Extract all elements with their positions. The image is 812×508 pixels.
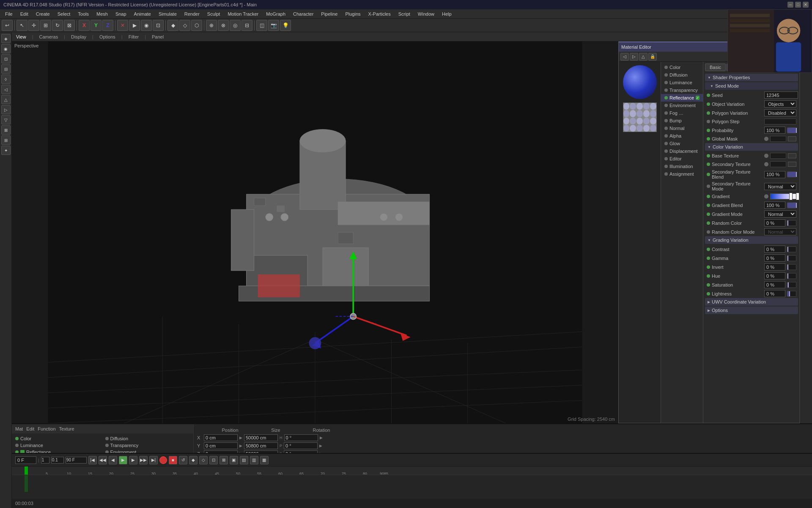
- menu-file[interactable]: File: [2, 11, 16, 17]
- menu-motion-tracker[interactable]: Motion Tracker: [224, 11, 262, 17]
- key-mode-4[interactable]: ⊠: [219, 456, 228, 464]
- gamma-slider[interactable]: [787, 255, 796, 261]
- key-mode-6[interactable]: ▤: [240, 456, 248, 464]
- channel-assignment[interactable]: Assignment: [661, 170, 703, 178]
- playback-fps[interactable]: [51, 457, 64, 464]
- prob-slider[interactable]: [787, 127, 796, 133]
- obj-var-dropdown[interactable]: Objects Polygon: [764, 100, 796, 108]
- gmask-slider[interactable]: [770, 136, 786, 142]
- poly-step-slider[interactable]: [764, 119, 796, 124]
- channel-glow[interactable]: Glow: [661, 140, 703, 147]
- menu-plugins[interactable]: Plugins: [342, 11, 364, 17]
- snapping-1[interactable]: ⊕: [206, 20, 217, 31]
- rot-x-arrow[interactable]: ▶: [320, 436, 323, 440]
- view-tab-view[interactable]: View: [14, 34, 29, 39]
- z-axis[interactable]: Z: [102, 20, 113, 31]
- menu-simulate[interactable]: Simulate: [155, 11, 180, 17]
- menu-window[interactable]: Window: [414, 11, 438, 17]
- seed-input[interactable]: [764, 91, 798, 99]
- mat-tab-function[interactable]: Function: [38, 426, 55, 431]
- menu-help[interactable]: Help: [439, 11, 455, 17]
- render-region[interactable]: ▶: [129, 20, 140, 31]
- rc-slider[interactable]: [787, 220, 796, 226]
- view-tab-cameras[interactable]: Cameras: [37, 34, 61, 39]
- contrast-input[interactable]: [764, 246, 785, 253]
- gb-slider[interactable]: [787, 202, 796, 208]
- channel-diffusion[interactable]: Diffusion: [661, 71, 703, 79]
- sidebar-tool-6[interactable]: ◁: [1, 85, 11, 94]
- mat-tool-2[interactable]: ▷: [630, 53, 638, 61]
- stop-btn[interactable]: ■: [169, 456, 177, 464]
- render-view[interactable]: ◉: [141, 20, 152, 31]
- grad-bar[interactable]: [770, 193, 796, 199]
- move-tool[interactable]: ✛: [28, 20, 39, 31]
- bt-toggle[interactable]: [788, 153, 796, 158]
- menu-sculpt[interactable]: Sculpt: [204, 11, 224, 17]
- channel-illumination[interactable]: Illumination: [661, 163, 703, 170]
- menu-edit[interactable]: Edit: [17, 11, 32, 17]
- channel-luminance[interactable]: Luminance: [661, 79, 703, 86]
- y-axis[interactable]: Y: [91, 20, 102, 31]
- st-slider[interactable]: [770, 161, 786, 167]
- menu-render[interactable]: Render: [181, 11, 203, 17]
- viewport[interactable]: Perspective: [12, 41, 618, 423]
- menu-snap[interactable]: Snap: [112, 11, 130, 17]
- poly-mode[interactable]: ⬡: [191, 20, 202, 31]
- menu-mograph[interactable]: MoGraph: [263, 11, 289, 17]
- pos-y-arrow[interactable]: ▶: [239, 444, 242, 448]
- view-tab-display[interactable]: Display: [69, 34, 89, 39]
- sidebar-tool-4[interactable]: ⊟: [1, 64, 11, 74]
- light-input[interactable]: [764, 290, 785, 297]
- record-btn[interactable]: [159, 456, 167, 464]
- grad-handle-2[interactable]: [796, 193, 799, 200]
- sat-slider[interactable]: [787, 282, 796, 288]
- stb-input[interactable]: [764, 171, 785, 178]
- menu-mesh[interactable]: Mesh: [93, 11, 111, 17]
- x-axis[interactable]: X: [79, 20, 90, 31]
- rcm-dropdown[interactable]: Normal: [764, 228, 796, 235]
- scale-tool[interactable]: ⊞: [40, 20, 51, 31]
- st-toggle[interactable]: [788, 162, 796, 167]
- maximize-button[interactable]: □: [795, 2, 801, 8]
- key-mode-5[interactable]: ▣: [230, 456, 238, 464]
- frame-step[interactable]: [41, 457, 49, 464]
- seed-mode-header[interactable]: ▼ Seed Mode: [705, 82, 798, 90]
- mat-tab-edit[interactable]: Edit: [26, 426, 34, 431]
- mat-tool-1[interactable]: ◁: [620, 53, 629, 61]
- minimize-button[interactable]: ─: [787, 2, 793, 8]
- rot-y-arrow[interactable]: ▶: [319, 444, 322, 448]
- snapping-4[interactable]: ⊟: [241, 20, 252, 31]
- prev-key-btn[interactable]: ◀◀: [99, 456, 107, 464]
- sidebar-tool-1[interactable]: ◈: [1, 34, 11, 43]
- key-mode-8[interactable]: ▦: [260, 456, 269, 464]
- camera-tool[interactable]: 📷: [268, 20, 279, 31]
- grad-handle-1[interactable]: [789, 193, 793, 200]
- object-mode[interactable]: ◆: [167, 20, 178, 31]
- menu-create[interactable]: Create: [33, 11, 53, 17]
- sidebar-tool-11[interactable]: ⊞: [1, 135, 11, 145]
- menu-pipeline[interactable]: Pipeline: [318, 11, 341, 17]
- invert-input[interactable]: [764, 263, 785, 271]
- invert-slider[interactable]: [787, 264, 796, 270]
- pos-x-input[interactable]: [204, 434, 238, 441]
- close-button[interactable]: ✕: [803, 2, 809, 8]
- view-tab-panel[interactable]: Panel: [149, 34, 166, 39]
- hue-slider[interactable]: [787, 273, 796, 279]
- view-tab-filter[interactable]: Filter: [126, 34, 141, 39]
- prev-frame-btn[interactable]: ◀: [109, 456, 117, 464]
- rotate-tool[interactable]: ↻: [52, 20, 63, 31]
- pos-y-input[interactable]: [204, 442, 238, 449]
- sat-input[interactable]: [764, 281, 785, 288]
- stb-slider[interactable]: [787, 171, 796, 177]
- transform-tool[interactable]: ⊠: [64, 20, 75, 31]
- skip-end-btn[interactable]: ▶|: [149, 456, 158, 464]
- rot-y-input[interactable]: [284, 442, 318, 449]
- key-mode-3[interactable]: ⊡: [209, 456, 218, 464]
- stm-dropdown[interactable]: Normal Multiply: [764, 183, 796, 190]
- next-key-btn[interactable]: ▶▶: [139, 456, 148, 464]
- texture-mode[interactable]: ◫: [256, 20, 267, 31]
- bt-slider[interactable]: [770, 153, 786, 159]
- loop-btn[interactable]: ↺: [179, 456, 187, 464]
- sidebar-tool-9[interactable]: ▽: [1, 115, 11, 124]
- rc-input[interactable]: [764, 219, 785, 226]
